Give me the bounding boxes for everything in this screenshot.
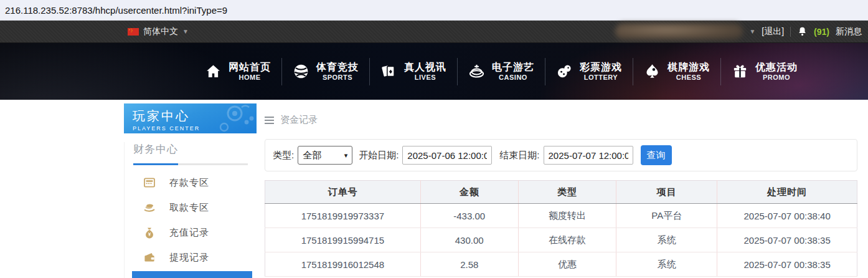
nav-item-lives[interactable]: 真人视讯 LIVES	[370, 61, 457, 82]
cell-type: 额度转出	[518, 204, 616, 228]
start-date-label: 开始日期:	[359, 150, 399, 161]
main-navbar: 网站首页 HOME 体育竞技 SPORTS 真人视讯	[0, 43, 868, 100]
sports-ball-icon	[293, 63, 309, 80]
cell-type: 在线存款	[518, 228, 616, 252]
type-select[interactable]: 全部 ▾	[298, 146, 352, 165]
col-process-time: 处理时间	[717, 181, 857, 204]
sidebar-item-withdraw-record[interactable]: 提现记录	[125, 245, 257, 270]
chevron-down-icon: ▾	[344, 151, 348, 160]
nav-item-chess[interactable]: 棋牌游戏 CHESS	[633, 61, 720, 82]
nav-item-promo[interactable]: 优惠活动 PROMO	[721, 61, 808, 82]
withdraw-icon	[143, 201, 156, 214]
site-topbar: 简体中文 ▼ ▼ [退出] (91) 新消息	[0, 21, 868, 43]
finance-section-title: 财务中心	[133, 142, 248, 156]
filter-bar: 类型: 全部 ▾ 开始日期: 结束日期: 查询	[265, 139, 857, 171]
nav-item-lottery[interactable]: 彩票游戏 LOTTERY	[545, 61, 633, 82]
end-date-label: 结束日期:	[499, 150, 539, 161]
sidebar-item-withdraw[interactable]: 取款专区	[125, 195, 257, 220]
gamepad-watermark-icon	[200, 105, 254, 133]
cell-project: 系统	[616, 252, 717, 277]
gift-icon	[732, 63, 748, 80]
col-type: 类型	[518, 181, 616, 204]
cell-project: 系统	[616, 228, 717, 252]
end-date-input[interactable]	[544, 146, 633, 165]
sidebar-item-deposit[interactable]: 存款专区	[125, 170, 257, 195]
col-amount: 金额	[420, 181, 518, 204]
roulette-icon	[468, 63, 485, 80]
logout-link[interactable]: [退出]	[762, 26, 784, 37]
playing-cards-icon	[380, 63, 397, 80]
breadcrumb: 资金记录	[265, 114, 857, 126]
breadcrumb-label: 资金记录	[280, 114, 318, 126]
table-header-row: 订单号 金额 类型 项目 处理时间	[265, 181, 857, 204]
nav-item-casino[interactable]: 电子游艺 CASINO	[458, 61, 545, 82]
col-project: 项目	[616, 181, 717, 204]
col-order-no: 订单号	[265, 181, 421, 204]
table-row: 1751819915994715 430.00 在线存款 系统 2025-07-…	[265, 228, 857, 252]
sidebar-item-label: 提现记录	[169, 252, 209, 264]
nav-item-sports[interactable]: 体育竞技 SPORTS	[282, 61, 369, 82]
cell-amount: 430.00	[420, 228, 518, 252]
player-center-sidebar: 玩家中心 PLAYERS CENTER 财务中心 存款专区	[124, 103, 257, 278]
money-bag-icon	[143, 226, 156, 239]
cell-process-time: 2025-07-07 00:38:35	[717, 252, 857, 277]
type-select-value: 全部	[303, 150, 321, 161]
cell-type: 优惠	[518, 252, 616, 277]
bell-icon[interactable]	[797, 26, 808, 37]
cell-process-time: 2025-07-07 00:38:40	[717, 204, 857, 228]
wallet-icon	[143, 251, 156, 264]
message-count[interactable]: (91)	[814, 27, 829, 37]
new-messages-link[interactable]: 新消息	[836, 26, 862, 37]
deposit-icon	[143, 176, 156, 189]
funds-record-table: 订单号 金额 类型 项目 处理时间 1751819919973337 -433.…	[265, 180, 857, 277]
username-redacted[interactable]	[615, 23, 743, 40]
cell-amount: -433.00	[420, 204, 518, 228]
table-row: 1751819919973337 -433.00 额度转出 PA平台 2025-…	[265, 204, 857, 228]
sidebar-item-funds-record[interactable]: 资金记录 ›	[132, 271, 252, 278]
sidebar-item-label: 存款专区	[169, 177, 209, 189]
divider	[790, 27, 791, 37]
cell-project: PA平台	[616, 204, 717, 228]
china-flag-icon	[128, 28, 139, 36]
cell-amount: 2.58	[420, 252, 518, 277]
language-selector[interactable]: 简体中文 ▼	[128, 26, 189, 37]
start-date-input[interactable]	[402, 146, 492, 165]
cell-process-time: 2025-07-07 00:38:35	[717, 228, 857, 252]
url-text: 216.118.235.52:8783/hhcp/usercenter.html…	[5, 5, 227, 16]
cell-order-no: 1751819915994715	[265, 228, 421, 252]
section-underline	[133, 163, 248, 165]
cell-order-no: 1751819916012548	[265, 252, 421, 277]
sidebar-header: 玩家中心 PLAYERS CENTER	[124, 103, 257, 133]
browser-url-bar[interactable]: 216.118.235.52:8783/hhcp/usercenter.html…	[0, 0, 868, 21]
language-label: 简体中文	[143, 26, 178, 37]
type-label: 类型:	[273, 150, 294, 161]
home-icon	[205, 63, 222, 80]
sidebar-item-label: 取款专区	[169, 202, 209, 214]
chevron-down-icon[interactable]: ▼	[749, 28, 755, 35]
chevron-down-icon: ▼	[182, 28, 189, 35]
nav-item-home[interactable]: 网站首页 HOME	[194, 61, 281, 82]
query-button[interactable]: 查询	[641, 145, 672, 165]
sidebar-item-label: 充值记录	[169, 227, 209, 239]
lottery-balls-icon	[556, 63, 573, 80]
spade-icon	[644, 63, 661, 80]
sidebar-item-recharge-record[interactable]: 充值记录	[125, 220, 257, 245]
cell-order-no: 1751819919973337	[265, 204, 421, 228]
menu-icon	[265, 117, 274, 124]
table-row: 1751819916012548 2.58 优惠 系统 2025-07-07 0…	[265, 252, 857, 277]
